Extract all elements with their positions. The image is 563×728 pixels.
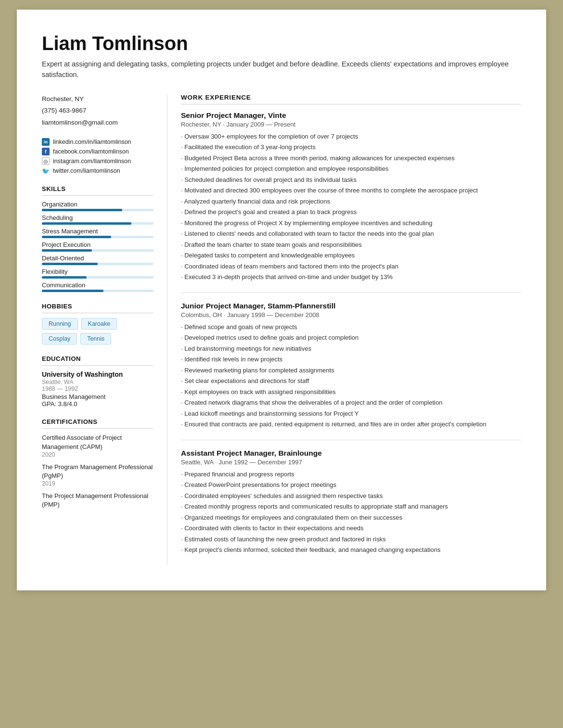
skill-label: Organization bbox=[42, 201, 154, 208]
bullet-item: Implemented policies for project complet… bbox=[181, 164, 521, 174]
social-twitter: 🐦 twitter.com/liamtomlinson bbox=[42, 167, 154, 175]
edu-years: 1988 — 1992 bbox=[42, 385, 154, 392]
edu-location: Seattle, WA bbox=[42, 379, 154, 385]
edu-field: Business Management bbox=[42, 393, 154, 400]
skill-item: Organization bbox=[42, 201, 154, 211]
skill-bar-fill bbox=[42, 263, 98, 265]
bullet-item: Drafted the team charter to state team g… bbox=[181, 240, 521, 250]
hobby-tag: Cosplay bbox=[42, 333, 77, 345]
bullet-item: Kept project's clients informed, solicit… bbox=[181, 545, 521, 555]
skill-bar-bg bbox=[42, 249, 154, 252]
skills-divider bbox=[42, 195, 154, 196]
cert-name: The Program Management Professional (PgM… bbox=[42, 463, 154, 480]
job-title: Senior Project Manager, Vinte bbox=[181, 111, 521, 120]
job-meta: Seattle, WA · June 1992 — December 1997 bbox=[181, 459, 521, 466]
linkedin-label: linkedin.com/in/liamtomlinson bbox=[53, 139, 131, 145]
job-bullets: Oversaw 300+ employees for the completio… bbox=[181, 132, 521, 282]
hobbies-grid: RunningKaroakeCosplayTennis bbox=[42, 318, 154, 345]
work-divider bbox=[181, 104, 521, 104]
hobbies-divider bbox=[42, 313, 154, 313]
bullet-item: Created PowerPoint presentations for pro… bbox=[181, 480, 521, 490]
job-separator bbox=[181, 440, 521, 440]
skills-list: Organization Scheduling Stress Managemen… bbox=[42, 201, 154, 292]
two-col-layout: Rochester, NY (375) 463-9867 liamtomlins… bbox=[42, 94, 521, 565]
bullet-item: Coordinated with clients to factor in th… bbox=[181, 524, 521, 533]
skill-bar-bg bbox=[42, 209, 154, 211]
skill-item: Scheduling bbox=[42, 214, 154, 225]
bullet-item: Developed metrics used to define goals a… bbox=[181, 333, 521, 343]
instagram-icon: ◎ bbox=[42, 157, 50, 165]
work-title: WORK EXPERIENCE bbox=[181, 94, 521, 101]
bullet-item: Lead kickoff meetings and brainstorming … bbox=[181, 409, 521, 419]
cert-year: 2019 bbox=[42, 480, 154, 487]
job-title: Junior Project Manager, Stamm-Pfannersti… bbox=[181, 302, 521, 310]
facebook-label: facebook.com/liamtomlinson bbox=[53, 148, 129, 155]
social-instagram: ◎ instagram.com/liamtomlinson bbox=[42, 157, 154, 165]
bullet-item: Set clear expectations and directions fo… bbox=[181, 376, 521, 386]
resume-container: Liam Tomlinson Expert at assigning and d… bbox=[17, 10, 546, 590]
bullet-item: Oversaw 300+ employees for the completio… bbox=[181, 132, 521, 141]
contact-phone: (375) 463-9867 bbox=[42, 105, 154, 116]
bullet-item: Created monthly progress reports and com… bbox=[181, 502, 521, 511]
header-name: Liam Tomlinson bbox=[42, 33, 521, 54]
skill-label: Communication bbox=[42, 281, 154, 289]
twitter-icon: 🐦 bbox=[42, 167, 50, 175]
job-meta: Rochester, NY · January 2009 — Present bbox=[181, 121, 521, 128]
bullet-item: Analyzed quarterly financial data and ri… bbox=[181, 197, 521, 206]
skill-bar-fill bbox=[42, 249, 92, 252]
bullet-item: Coordinated ideas of team members and fa… bbox=[181, 262, 521, 271]
bullet-item: Created network diagrams that show the d… bbox=[181, 398, 521, 408]
skill-bar-bg bbox=[42, 276, 154, 279]
skill-item: Communication bbox=[42, 281, 154, 292]
bullet-item: Listened to clients' needs and collabora… bbox=[181, 229, 521, 239]
linkedin-icon: in bbox=[42, 138, 50, 146]
skill-item: Stress Management bbox=[42, 228, 154, 238]
job-item: Junior Project Manager, Stamm-Pfannersti… bbox=[181, 302, 521, 429]
skills-title: SKILLS bbox=[42, 185, 154, 192]
skill-label: Project Execution bbox=[42, 241, 154, 248]
job-bullets: Defined scope and goals of new projectsD… bbox=[181, 322, 521, 429]
skill-label: Scheduling bbox=[42, 214, 154, 221]
bullet-item: Ensured that contracts are paid, rented … bbox=[181, 420, 521, 429]
skill-item: Detail-Oriented bbox=[42, 255, 154, 265]
bullet-item: Coordinated employees' schedules and ass… bbox=[181, 491, 521, 501]
header-summary: Expert at assigning and delegating tasks… bbox=[42, 59, 521, 80]
cert-name: The Project Management Professional (PMP… bbox=[42, 492, 154, 509]
hobby-tag: Tennis bbox=[80, 333, 111, 345]
bullet-item: Delegated tasks to competent and knowled… bbox=[181, 251, 521, 260]
bullet-item: Identified risk levels in new projects bbox=[181, 355, 521, 364]
bullet-item: Motivated and directed 300 employees ove… bbox=[181, 186, 521, 195]
bullet-item: Organized meetings for employees and con… bbox=[181, 513, 521, 523]
certifications-list: Certified Associate of Project Managemen… bbox=[42, 434, 154, 509]
job-title: Assistant Project Manager, Brainlounge bbox=[181, 449, 521, 458]
hobby-tag: Karoake bbox=[81, 318, 117, 330]
bullet-item: Facilitated the execution of 3 year-long… bbox=[181, 142, 521, 152]
bullet-item: Led brainstorming meetings for new initi… bbox=[181, 344, 521, 354]
education-list: University of Washington Seattle, WA 198… bbox=[42, 370, 154, 408]
job-item: Senior Project Manager, Vinte Rochester,… bbox=[181, 111, 521, 282]
social-links: in linkedin.com/in/liamtomlinson f faceb… bbox=[42, 138, 154, 175]
bullet-item: Defined scope and goals of new projects bbox=[181, 322, 521, 332]
job-separator bbox=[181, 293, 521, 293]
right-column: WORK EXPERIENCE Senior Project Manager, … bbox=[167, 94, 521, 565]
social-facebook: f facebook.com/liamtomlinson bbox=[42, 148, 154, 155]
education-title: EDUCATION bbox=[42, 355, 154, 362]
facebook-icon: f bbox=[42, 148, 50, 155]
jobs-list: Senior Project Manager, Vinte Rochester,… bbox=[181, 111, 521, 555]
skill-bar-fill bbox=[42, 209, 122, 211]
job-item: Assistant Project Manager, Brainlounge S… bbox=[181, 449, 521, 555]
skill-bar-fill bbox=[42, 236, 111, 238]
skill-bar-fill bbox=[42, 276, 87, 279]
edu-school: University of Washington bbox=[42, 370, 154, 378]
contact-email: liamtomlinson@gmail.com bbox=[42, 117, 154, 128]
cert-year: 2020 bbox=[42, 451, 154, 458]
skill-label: Detail-Oriented bbox=[42, 255, 154, 262]
left-column: Rochester, NY (375) 463-9867 liamtomlins… bbox=[42, 94, 167, 565]
certifications-title: CERTIFICATIONS bbox=[42, 418, 154, 425]
hobby-tag: Running bbox=[42, 318, 78, 330]
job-bullets: Prepared financial and progress reportsC… bbox=[181, 470, 521, 555]
certification-item: The Program Management Professional (PgM… bbox=[42, 463, 154, 487]
education-divider bbox=[42, 365, 154, 366]
skill-bar-fill bbox=[42, 222, 131, 225]
education-item: University of Washington Seattle, WA 198… bbox=[42, 370, 154, 408]
